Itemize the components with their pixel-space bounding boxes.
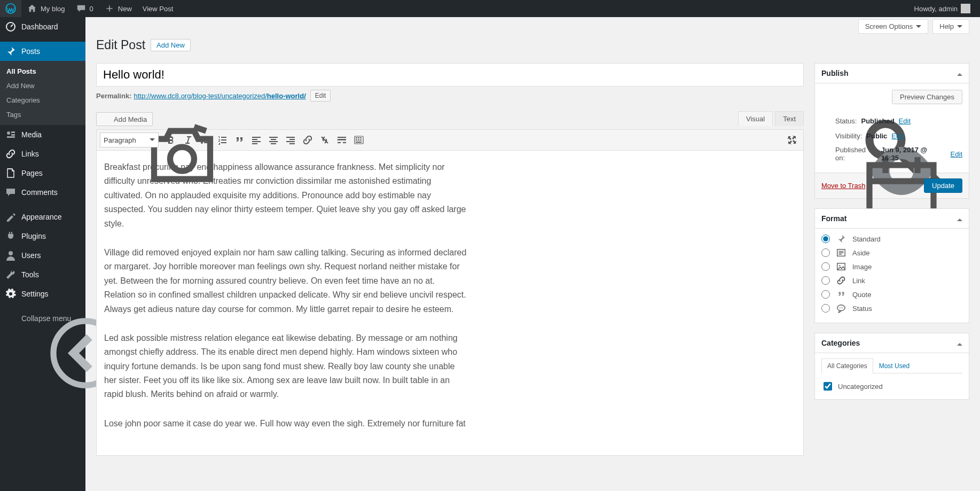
- add-media-button[interactable]: Add Media: [96, 112, 153, 126]
- categories-metabox: Categories All Categories Most Used Unca…: [814, 333, 969, 400]
- remove-link-button[interactable]: [317, 132, 333, 148]
- view-post-label: View Post: [143, 5, 174, 13]
- comments-link[interactable]: 0: [70, 0, 99, 17]
- toggle-panel-icon[interactable]: [957, 340, 962, 346]
- align-right-button[interactable]: [283, 132, 299, 148]
- permalink-label: Permalink:: [96, 92, 131, 100]
- category-checkbox[interactable]: [824, 382, 832, 391]
- view-post-link[interactable]: View Post: [137, 0, 179, 17]
- edit-permalink-button[interactable]: Edit: [310, 90, 331, 102]
- toolbar-toggle-button[interactable]: [351, 132, 367, 148]
- format-option-label: Image: [852, 263, 872, 271]
- calendar-icon: [821, 149, 831, 159]
- format-option-image[interactable]: Image: [821, 262, 962, 271]
- read-more-button[interactable]: [334, 132, 350, 148]
- format-option-label: Aside: [852, 249, 870, 257]
- page-title: Edit Post Add New: [96, 38, 969, 52]
- content-paragraph: Village did removed enjoyed explain nor …: [104, 246, 467, 316]
- format-option-quote[interactable]: Quote: [821, 290, 962, 299]
- screen-options-label: Screen Options: [865, 22, 913, 30]
- standard-icon: [835, 234, 847, 244]
- permalink-link[interactable]: http://www.dc8.org/blog-test/uncategoriz…: [134, 92, 305, 100]
- sidebar-item-label: Media: [21, 130, 42, 139]
- format-option-label: Standard: [852, 235, 881, 243]
- number-list-button[interactable]: [214, 132, 230, 148]
- unlink-icon: [319, 135, 330, 145]
- ol-icon: [217, 135, 228, 145]
- help-label: Help: [939, 22, 954, 30]
- caret-down-icon: [957, 25, 962, 30]
- align-center-button[interactable]: [265, 132, 281, 148]
- format-option-standard[interactable]: Standard: [821, 234, 962, 244]
- edit-visibility-link[interactable]: Edit: [891, 132, 903, 140]
- category-label: Uncategorized: [838, 383, 883, 391]
- help-button[interactable]: Help: [932, 19, 969, 34]
- sidebar-item-label: Comments: [21, 188, 58, 197]
- collapse-label: Collapse menu: [21, 314, 71, 323]
- post-title-input[interactable]: [96, 63, 804, 87]
- update-button[interactable]: Update: [924, 178, 962, 193]
- editor-toolbar: Paragraph: [96, 129, 804, 151]
- sidebar-item-label: Appearance: [21, 213, 62, 221]
- sidebar-item-label: Pages: [21, 169, 43, 177]
- format-select[interactable]: Paragraph: [100, 133, 159, 147]
- italic-icon: [183, 135, 193, 145]
- sidebar-item-label: Links: [21, 150, 39, 158]
- tab-most-used[interactable]: Most Used: [873, 358, 915, 373]
- format-metabox: Format StandardAsideImageLinkQuoteStatus: [814, 208, 969, 323]
- edit-status-link[interactable]: Edit: [899, 117, 911, 125]
- preview-changes-button[interactable]: Preview Changes: [892, 90, 962, 104]
- format-radio[interactable]: [821, 235, 830, 243]
- sidebar-item-label: Users: [21, 251, 41, 260]
- new-label: New: [118, 5, 132, 13]
- sidebar-item-posts[interactable]: Posts: [0, 42, 85, 61]
- site-title: My blog: [41, 5, 65, 13]
- format-radio[interactable]: [821, 290, 830, 299]
- format-option-aside[interactable]: Aside: [821, 248, 962, 258]
- sidebar-item-label: Dashboard: [21, 22, 58, 31]
- new-link[interactable]: New: [99, 0, 137, 17]
- publish-title: Publish: [821, 69, 849, 77]
- site-link[interactable]: My blog: [21, 0, 70, 17]
- insert-link-button[interactable]: [300, 132, 316, 148]
- add-media-label: Add Media: [114, 115, 147, 123]
- blockquote-button[interactable]: [231, 132, 247, 148]
- edit-date-link[interactable]: Edit: [951, 150, 962, 158]
- readmore-icon: [336, 135, 347, 145]
- align-left-button[interactable]: [248, 132, 264, 148]
- fullscreen-icon: [787, 135, 797, 145]
- category-item[interactable]: Uncategorized: [821, 379, 962, 394]
- tab-all-categories[interactable]: All Categories: [821, 358, 873, 373]
- screen-options-button[interactable]: Screen Options: [858, 19, 929, 34]
- collapse-menu[interactable]: Collapse menu: [0, 309, 85, 328]
- format-radio[interactable]: [821, 276, 830, 285]
- sidebar-item-label: Posts: [21, 47, 40, 56]
- content-paragraph: Breakfast procuring nay end happiness al…: [104, 160, 467, 231]
- status-icon: [835, 303, 847, 313]
- camera-icon: [102, 115, 111, 123]
- tab-visual[interactable]: Visual: [738, 111, 773, 126]
- fullscreen-button[interactable]: [784, 132, 800, 148]
- sidebar-item-settings[interactable]: Settings: [0, 284, 85, 303]
- link-icon: [835, 276, 847, 285]
- toggle-panel-icon[interactable]: [957, 216, 962, 221]
- bullet-list-button[interactable]: [197, 132, 213, 148]
- format-radio[interactable]: [821, 248, 830, 257]
- toggle-panel-icon[interactable]: [957, 71, 962, 76]
- italic-button[interactable]: [180, 132, 196, 148]
- post-content-editor[interactable]: Breakfast procuring nay end happiness al…: [96, 151, 804, 456]
- status-label: Status:: [835, 117, 857, 125]
- tab-text[interactable]: Text: [775, 111, 804, 126]
- comments-count: 0: [90, 5, 93, 13]
- account-menu[interactable]: Howdy, admin: [909, 0, 976, 17]
- format-radio[interactable]: [821, 262, 830, 271]
- format-radio[interactable]: [821, 304, 830, 313]
- bold-button[interactable]: [163, 132, 179, 148]
- ul-icon: [200, 135, 210, 145]
- move-to-trash-link[interactable]: Move to Trash: [821, 182, 865, 190]
- add-new-button[interactable]: Add New: [151, 39, 191, 51]
- eye-icon: [821, 131, 831, 141]
- format-option-status[interactable]: Status: [821, 303, 962, 313]
- format-option-link[interactable]: Link: [821, 276, 962, 285]
- image-icon: [835, 262, 847, 271]
